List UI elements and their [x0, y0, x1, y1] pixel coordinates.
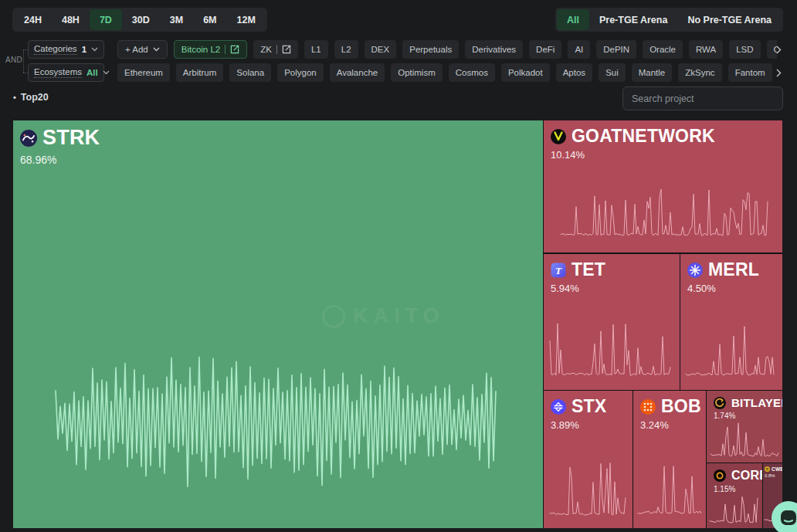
treemap-tile-merl[interactable]: MERL 4.50% [680, 254, 782, 390]
tile-header: BOB 3.24% [633, 391, 706, 431]
tag-optimism[interactable]: Optimism [391, 63, 443, 82]
treemap-tile-bitlayer[interactable]: BITLAYER 1.74% [707, 391, 782, 463]
tag-lsd[interactable]: LSD [729, 40, 760, 59]
tag-polygon[interactable]: Polygon [277, 63, 324, 82]
tag-l1[interactable]: L1 [304, 40, 328, 59]
treemap-tile-stx[interactable]: STX 3.89% [544, 391, 633, 528]
tile-ticker: MERL [708, 259, 759, 280]
tile-change: 0.8% [765, 473, 781, 478]
price-sparkline [710, 493, 758, 525]
tag-zk[interactable]: ZK [253, 40, 298, 59]
strk-coin-icon [20, 130, 37, 147]
cweb-coin-icon [765, 466, 770, 472]
price-sparkline [711, 422, 778, 459]
tag-l2[interactable]: L2 [334, 40, 358, 59]
tile-ticker: STRK [42, 126, 100, 150]
tag-cosmos[interactable]: Cosmos [449, 63, 495, 82]
tag-oracle[interactable]: Oracle [643, 40, 683, 59]
tag-arbitrum[interactable]: Arbitrum [176, 63, 223, 82]
categories-selector[interactable]: Categories 1 [28, 40, 104, 59]
price-sparkline [56, 329, 497, 520]
tab-no-pre-tge-arena[interactable]: No Pre-TGE Arena [677, 9, 782, 30]
tab-all[interactable]: All [557, 9, 589, 30]
tag-mantle[interactable]: Mantle [632, 63, 673, 82]
tag-polkadot[interactable]: Polkadot [501, 63, 550, 82]
price-sparkline [550, 459, 626, 517]
stx-coin-icon [551, 399, 566, 415]
tag-aptos[interactable]: Aptos [556, 63, 592, 82]
tile-header: BITLAYER 1.74% [707, 391, 782, 420]
tile-ticker: BOB [661, 396, 701, 417]
heatmap-treemap: STRK 68.96% KAITO GOATNETWORK 10.14% [13, 120, 782, 528]
add-category-label: + Add [125, 45, 148, 54]
tab-7d[interactable]: 7D [90, 9, 122, 30]
watermark: KAITO [322, 304, 445, 328]
tab-3m[interactable]: 3M [160, 9, 193, 30]
tab-pre-tge-arena[interactable]: Pre-TGE Arena [589, 9, 677, 30]
tag-depin[interactable]: DePIN [596, 40, 636, 59]
scroll-right-ecosystems[interactable] [773, 63, 784, 82]
chevron-down-icon [103, 70, 110, 75]
treemap-tile-core[interactable]: CORE 1.15% [707, 463, 762, 528]
tile-change: 10.14% [551, 149, 775, 161]
price-sparkline [550, 322, 670, 378]
price-sparkline [686, 322, 774, 378]
categories-count: 1 [82, 45, 86, 54]
treemap-tile-strk[interactable]: STRK 68.96% KAITO [13, 120, 543, 528]
filter-connector-line [23, 49, 24, 73]
tab-12m[interactable]: 12M [227, 9, 266, 30]
scroll-right-categories[interactable] [773, 40, 784, 59]
tag-bitcoin-l2-label: Bitcoin L2 [181, 45, 221, 54]
tag-ai[interactable]: AI [568, 40, 590, 59]
watermark-logo-icon [322, 305, 345, 328]
ecosystems-selector[interactable]: Ecosystems All [28, 63, 104, 82]
tile-header: MERL 4.50% [680, 254, 782, 294]
svg-text:T: T [555, 264, 562, 276]
tag-bitcoin-l2[interactable]: Bitcoin L2 [174, 40, 248, 59]
chat-bubble-icon [779, 509, 797, 527]
tag-solana[interactable]: Solana [229, 63, 271, 82]
tile-ticker: CWEB [772, 466, 782, 472]
treemap-tile-goatnetwork[interactable]: GOATNETWORK 10.14% [544, 120, 782, 252]
categories-label: Categories [34, 44, 77, 55]
core-coin-icon [714, 469, 726, 482]
top20-label[interactable]: • Top20 [13, 92, 49, 103]
tab-30d[interactable]: 30D [122, 9, 160, 30]
tab-24h[interactable]: 24H [14, 9, 52, 30]
bob-coin-icon [640, 399, 656, 415]
watermark-text: KAITO [353, 304, 445, 328]
ecosystem-tag-row: Ethereum Arbitrum Solana Polygon Avalanc… [117, 63, 777, 82]
tag-zksync[interactable]: ZkSync [678, 63, 721, 82]
tile-ticker: GOATNETWORK [571, 126, 715, 147]
tile-header: STX 3.89% [544, 391, 633, 431]
tag-dex[interactable]: DEX [365, 40, 397, 59]
add-category-button[interactable]: + Add [117, 40, 168, 59]
tag-defi[interactable]: DeFi [529, 40, 561, 59]
tile-header: CORE 1.15% [707, 463, 762, 493]
tag-avalanche[interactable]: Avalanche [330, 63, 385, 82]
top20-text: Top20 [21, 92, 49, 103]
tile-change: 1.74% [714, 412, 775, 420]
tab-6m[interactable]: 6M [193, 9, 226, 30]
tile-change: 3.89% [551, 419, 626, 431]
tag-ethereum[interactable]: Ethereum [117, 63, 170, 82]
chat-launcher-button[interactable] [772, 501, 797, 532]
search-input[interactable] [622, 86, 783, 110]
tag-sui[interactable]: Sui [599, 63, 626, 82]
category-tag-row: + Add Bitcoin L2 ZK L1 L2 DEX Perpetuals… [117, 40, 777, 59]
tile-header: STRK 68.96% [13, 120, 543, 166]
tag-rwa[interactable]: RWA [689, 40, 723, 59]
tile-ticker: BITLAYER [731, 396, 782, 409]
tab-48h[interactable]: 48H [52, 9, 90, 30]
chevron-down-icon [153, 47, 160, 52]
top20-bullet: • [13, 93, 16, 102]
treemap-tile-tet[interactable]: T TET 5.94% [544, 254, 680, 390]
tile-change: 68.96% [20, 154, 536, 166]
tile-ticker: TET [571, 259, 605, 280]
tag-derivatives[interactable]: Derivatives [465, 40, 523, 59]
treemap-tile-bob[interactable]: BOB 3.24% [633, 391, 706, 528]
tag-perpetuals[interactable]: Perpetuals [402, 40, 459, 59]
tag-fantom[interactable]: Fantom [728, 63, 772, 82]
tile-change: 4.50% [687, 283, 775, 294]
tet-coin-icon: T [551, 263, 566, 278]
